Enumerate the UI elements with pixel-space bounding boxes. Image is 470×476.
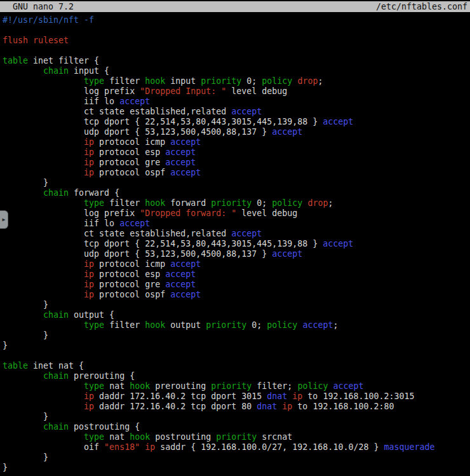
nano-titlebar: GNU nano 7.2 /etc/nftables.conf xyxy=(0,1,470,12)
code-line: iif lo accept xyxy=(3,219,470,229)
editor-area[interactable]: #!/usr/sbin/nft -fflush rulesettable ine… xyxy=(0,12,470,473)
code-line: chain forward { xyxy=(3,188,470,198)
code-line: chain postrouting { xyxy=(3,422,470,432)
code-line: tcp dport { 22,514,53,80,443,3015,445,13… xyxy=(3,117,470,127)
code-line: } xyxy=(3,452,470,463)
code-line: ip daddr 172.16.40.2 tcp dport 3015 dnat… xyxy=(3,391,470,402)
code-line: type nat hook prerouting priority filter… xyxy=(3,381,470,391)
code-line: type filter hook output priority 0; poli… xyxy=(3,320,470,330)
code-line: #!/usr/sbin/nft -f xyxy=(3,15,470,25)
code-line: udp dport { 53,123,500,4500,88,137 } acc… xyxy=(3,249,470,259)
code-line: } xyxy=(3,341,470,351)
code-line: } xyxy=(3,300,470,310)
file-path: /etc/nftables.conf xyxy=(376,1,467,12)
code-line: type filter hook forward priority 0; pol… xyxy=(3,198,470,208)
code-line: log prefix "Dropped forward: " level deb… xyxy=(3,208,470,219)
code-line: ct state established,related accept xyxy=(3,107,470,117)
code-line: iif lo accept xyxy=(3,97,470,107)
code-line: chain input { xyxy=(3,66,470,76)
code-line: tcp dport { 22,514,53,80,443,3015,445,13… xyxy=(3,239,470,249)
code-line: type nat hook postrouting priority srcna… xyxy=(3,432,470,442)
code-line xyxy=(3,25,470,36)
code-line: ip protocol esp accept xyxy=(3,269,470,280)
code-line: ip protocol esp accept xyxy=(3,147,470,158)
code-line: } xyxy=(3,463,470,473)
code-line: table inet nat { xyxy=(3,361,470,371)
code-line: oif "ens18" ip saddr { 192.168.100.0/27,… xyxy=(3,442,470,452)
code-line: ip protocol gre accept xyxy=(3,158,470,168)
code-line: ip protocol icmp accept xyxy=(3,137,470,147)
code-line: chain output { xyxy=(3,310,470,320)
code-line: ip protocol ospf accept xyxy=(3,290,470,300)
terminal-screen: GNU nano 7.2 /etc/nftables.conf #!/usr/s… xyxy=(0,0,470,476)
code-line: } xyxy=(3,178,470,188)
code-line xyxy=(3,351,470,361)
editor-content: #!/usr/sbin/nft -fflush rulesettable ine… xyxy=(3,15,470,473)
code-line: ip protocol icmp accept xyxy=(3,259,470,269)
code-line: ct state established,related accept xyxy=(3,229,470,239)
code-line: flush ruleset xyxy=(3,36,470,46)
code-line: ip protocol gre accept xyxy=(3,280,470,290)
console-panel-toggle[interactable]: ▶ xyxy=(0,210,8,229)
code-line: } xyxy=(3,412,470,422)
code-line: } xyxy=(3,330,470,341)
code-line: log prefix "Dropped Input: " level debug xyxy=(3,86,470,97)
code-line: ip daddr 172.16.40.2 tcp dport 80 dnat i… xyxy=(3,402,470,412)
code-line xyxy=(3,46,470,56)
code-line: type filter hook input priority 0; polic… xyxy=(3,76,470,86)
code-line: ip protocol ospf accept xyxy=(3,168,470,178)
code-line: udp dport { 53,123,500,4500,88,137 } acc… xyxy=(3,127,470,137)
expand-right-icon: ▶ xyxy=(3,217,6,222)
nano-version-label: GNU nano 7.2 xyxy=(3,1,74,12)
code-line: table inet filter { xyxy=(3,56,470,66)
code-line: chain prerouting { xyxy=(3,371,470,381)
